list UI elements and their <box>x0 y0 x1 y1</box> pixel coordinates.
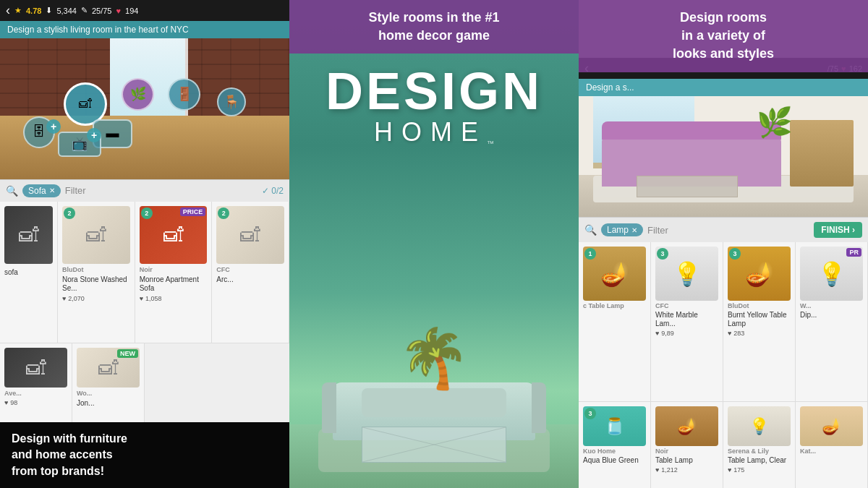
lamp-brand-6: Serena & Lily <box>728 448 791 455</box>
lamp-tag-label: Lamp <box>607 225 629 235</box>
furn-item-5[interactable]: 🛋 NEW Wo... Jon... <box>72 343 145 422</box>
logo-tm-text: ™ <box>487 140 494 147</box>
filter-placeholder[interactable]: Filter <box>65 185 258 196</box>
lamp-item-5[interactable]: 🪔 Noir Table Lamp ♥ 1,212 <box>651 402 723 488</box>
lamp-stats-2: ♥ 283 <box>728 330 791 337</box>
search-icon: 🔍 <box>6 185 18 197</box>
right-plant: 🌿 <box>757 106 793 140</box>
furn-badge-2: PRICE <box>180 207 206 216</box>
lamp-grid-row1: 🪔 1 c Table Lamp 💡 3 CFC White Marble La… <box>579 242 868 401</box>
left-promo-banner: Design with furnitureand home accentsfro… <box>0 422 289 488</box>
left-back-arrow[interactable]: ‹ <box>6 3 10 18</box>
right-coffee-table <box>637 176 738 197</box>
lamp-item-3[interactable]: 💡 PR W... Dip... <box>796 242 868 401</box>
lamp-brand-7: Kat... <box>800 448 863 455</box>
room-title: Design a stylish living room in the hear… <box>7 25 189 35</box>
furn-stat-icon-1: ♥ <box>62 295 66 302</box>
lamp-name-4: Aqua Blue Green <box>583 456 646 465</box>
lamp-name-3: Dip... <box>800 311 863 320</box>
star-icon: ★ <box>14 6 22 15</box>
right-filter-placeholder[interactable]: Filter <box>647 225 809 236</box>
hearts-value: 194 <box>125 7 138 15</box>
lamp-stats-1: ♥ 9,89 <box>655 330 718 337</box>
pencil-icon: ✎ <box>81 6 88 15</box>
lamp-img-5: 🪔 <box>655 406 718 446</box>
furn-item-3[interactable]: 🛋 2 CFC Arc... <box>212 202 289 343</box>
furn-stats-1: ♥ 2,070 <box>62 295 130 302</box>
right-room-scene: 🌿 <box>579 96 868 217</box>
sofa-search-bar: 🔍 Sofa ✕ Filter ✓ 0/2 <box>0 179 289 202</box>
furn-item-1[interactable]: 🛋 2 BluDot Nora Stone Washed Se... ♥ 2,0… <box>58 202 135 343</box>
sofa-tag-close[interactable]: ✕ <box>49 187 55 194</box>
downloads-value: 5,344 <box>56 7 77 15</box>
furn-stats-4: ♥ 98 <box>4 399 67 406</box>
furn-brand-1: BluDot <box>62 266 130 273</box>
lamp-stats-6: ♥ 175 <box>728 466 791 474</box>
lamp-item-4[interactable]: 🫙 3 Kuo Home Aqua Blue Green <box>579 402 651 488</box>
finish-button[interactable]: FINISH › <box>814 222 862 238</box>
lamp-item-2[interactable]: 🪔 3 BluDot Burnt Yellow Table Lamp ♥ 283 <box>723 242 796 401</box>
score-value: 25/75 <box>92 7 112 15</box>
left-status-left: ‹ ★ 4.78 ⬇ 5,344 ✎ 25/75 ♥ 194 <box>6 3 138 18</box>
center-plant: 🌴 <box>398 325 470 393</box>
furn-stats-2: ♥ 1,058 <box>140 295 208 302</box>
lamp-item-6[interactable]: 💡 Serena & Lily Table Lamp, Clear ♥ 175 <box>723 402 796 488</box>
lamp-brand-5: Noir <box>655 448 718 455</box>
wardrobe-furniture-icon[interactable]: 🚪 <box>168 78 200 111</box>
lamp-badge-3: PR <box>846 248 861 257</box>
lamp-img-6: 💡 <box>728 406 791 446</box>
furn-brand-2: Noir <box>140 266 208 273</box>
check-icon: ✓ <box>262 186 269 196</box>
count-value: 0/2 <box>271 186 284 196</box>
furn-name-3: Arc... <box>216 275 284 284</box>
lamp-name-1: White Marble Lam... <box>655 311 718 328</box>
lamp-brand-0: c Table Lamp <box>583 302 646 309</box>
furn-stat-icon-2: ♥ <box>140 295 143 302</box>
right-panel: Design roomsin a variety oflooks and sty… <box>579 0 868 488</box>
furn-stat-value-2: 1,058 <box>145 295 162 302</box>
right-search-icon: 🔍 <box>584 224 597 236</box>
furn-item-0[interactable]: 🛋 sofa <box>0 202 58 343</box>
rating-value: 4.78 <box>26 7 41 15</box>
right-promo-callout: Design roomsin a variety oflooks and sty… <box>579 0 868 72</box>
lamp-brand-2: BluDot <box>728 302 791 309</box>
lamp-img-7: 🪔 <box>800 406 863 446</box>
lamp-item-0[interactable]: 🪔 1 c Table Lamp <box>579 242 651 401</box>
lamp-grid-row2: 🫙 3 Kuo Home Aqua Blue Green 🪔 Noir Tabl… <box>579 401 868 488</box>
furn-badge-new-5: NEW <box>117 349 138 358</box>
lamp-name-6: Table Lamp, Clear <box>728 456 791 465</box>
center-promo-callout: Style rooms in the #1home decor game <box>289 0 579 53</box>
lamp-brand-1: CFC <box>655 302 718 309</box>
lamp-num-0: 1 <box>584 248 596 260</box>
lamp-item-1[interactable]: 💡 3 CFC White Marble Lam... ♥ 9,89 <box>651 242 723 401</box>
lamp-name-2: Burnt Yellow Table Lamp <box>728 311 791 328</box>
center-coffee-table <box>362 427 506 463</box>
furn-item-2[interactable]: 🛋 2 PRICE Noir Monroe Apartment Sofa ♥ 1… <box>135 202 213 343</box>
lamp-tag-close[interactable]: ✕ <box>631 226 637 234</box>
furn-name-5: Jon... <box>77 399 140 408</box>
lamp-brand-4: Kuo Home <box>583 448 646 455</box>
right-cabinet <box>790 120 854 187</box>
sofa-search-tag[interactable]: Sofa ✕ <box>22 184 61 197</box>
lamp-item-7[interactable]: 🪔 Kat... <box>796 402 868 488</box>
lamp-search-tag[interactable]: Lamp ✕ <box>601 223 643 236</box>
furn-brand-4: Ave... <box>4 390 67 397</box>
logo-design-text: DESIGN <box>326 65 542 117</box>
furn-brand-5: Wo... <box>77 390 140 397</box>
sofa-arm-right <box>532 382 546 433</box>
furn-name-0: sofa <box>4 268 53 277</box>
chair-furniture-icon[interactable]: 🪑 <box>217 87 246 116</box>
left-promo-text: Design with furnitureand home accentsfro… <box>12 432 127 477</box>
lamp-name-5: Table Lamp <box>655 456 718 465</box>
furn-stat-value-1: 2,070 <box>68 295 85 302</box>
game-logo: DESIGN HOME ™ <box>326 65 542 147</box>
finish-label: FINISH › <box>821 225 855 235</box>
furn-img-4: 🛋 <box>4 348 67 388</box>
furniture-grid: 🛋 sofa 🛋 2 BluDot Nora Stone Washed Se..… <box>0 202 289 343</box>
center-panel: Style rooms in the #1home decor game DES… <box>289 0 579 488</box>
furn-item-4[interactable]: 🛋 Ave... ♥ 98 <box>0 343 72 422</box>
plant-furniture-icon[interactable]: 🌿 <box>122 78 154 111</box>
lamp-num-1: 3 <box>657 248 668 260</box>
count-display: ✓ 0/2 <box>262 186 284 196</box>
furn-name-2: Monroe Apartment Sofa <box>140 275 208 293</box>
